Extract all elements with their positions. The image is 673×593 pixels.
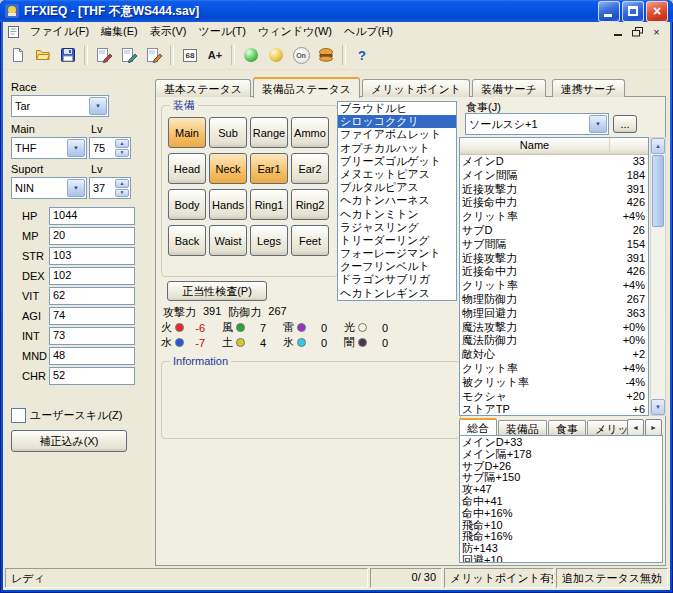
- stat-value-field[interactable]: 20: [49, 227, 135, 245]
- mdi-minimize-button[interactable]: [610, 24, 627, 39]
- equipment-list-item[interactable]: オプチカルハット: [338, 142, 456, 155]
- value-column-header[interactable]: [610, 138, 648, 154]
- equipment-list-item[interactable]: メヌエットピアス: [338, 168, 456, 181]
- food-button[interactable]: [314, 43, 338, 67]
- stat-value-field[interactable]: 102: [49, 267, 135, 285]
- stat-value-field[interactable]: 1044: [49, 207, 135, 225]
- equipment-list-item[interactable]: クーフリンベルト: [338, 260, 456, 273]
- spin-down-icon[interactable]: ▼: [115, 189, 129, 198]
- equipment-slot-button[interactable]: Ear1: [250, 153, 288, 184]
- equipment-slot-button[interactable]: Range: [250, 117, 288, 148]
- stats-table-header[interactable]: Name: [460, 138, 648, 155]
- checkbox-icon[interactable]: [11, 408, 26, 423]
- equipment-slot-button[interactable]: Ammo: [291, 117, 329, 148]
- equipment-slot-button[interactable]: Back: [168, 225, 206, 256]
- menu-item[interactable]: ヘルプ(H): [338, 22, 399, 41]
- equipment-list-item[interactable]: ブルタルピアス: [338, 181, 456, 194]
- equipment-slot-button[interactable]: Ring2: [291, 189, 329, 220]
- result-tab[interactable]: 装備品: [498, 420, 547, 435]
- save-file-button[interactable]: [56, 43, 80, 67]
- spin-up-icon[interactable]: ▲: [115, 179, 129, 188]
- scroll-down-icon[interactable]: ▼: [651, 399, 665, 415]
- menu-item[interactable]: 編集(E): [95, 22, 144, 41]
- mdi-restore-button[interactable]: [629, 24, 646, 39]
- equipment-list-item[interactable]: ヘカトンハーネス: [338, 194, 456, 207]
- equipment-slot-button[interactable]: Feet: [291, 225, 329, 256]
- mdi-close-button[interactable]: ×: [648, 24, 665, 39]
- name-column-header[interactable]: Name: [460, 138, 610, 154]
- main-tab[interactable]: 連携サーチ: [552, 79, 626, 97]
- dropdown-arrow-icon[interactable]: ▼: [589, 115, 607, 133]
- menu-item[interactable]: ツール(T): [192, 22, 252, 41]
- equipment-list-item[interactable]: ラジャスリング: [338, 221, 456, 234]
- equipment-list-item[interactable]: ヘカトンミトン: [338, 208, 456, 221]
- tab-scroll-left-button[interactable]: ◄: [627, 419, 644, 436]
- equipment-list-item[interactable]: ファイアボムレット: [338, 128, 456, 141]
- equipment-list-item[interactable]: ヘカトンレギンス: [338, 287, 456, 300]
- main-tab[interactable]: 装備サーチ: [472, 79, 546, 97]
- equipment-slot-button[interactable]: Ring1: [250, 189, 288, 220]
- dropdown-arrow-icon[interactable]: ▼: [89, 97, 107, 115]
- maximize-button[interactable]: [622, 1, 644, 22]
- equipment-slot-button[interactable]: Hands: [209, 189, 247, 220]
- equipment-slot-button[interactable]: Body: [168, 189, 206, 220]
- equipment-list-item[interactable]: ドラゴンサブリガ: [338, 273, 456, 286]
- title-bar[interactable]: FFXIEQ - [THF 不意WS444.sav] ×: [0, 0, 673, 22]
- spin-down-icon[interactable]: ▼: [115, 149, 129, 158]
- close-button[interactable]: ×: [646, 1, 668, 22]
- sphere-gold-button[interactable]: [264, 43, 288, 67]
- support-level-spinner[interactable]: 37 ▲ ▼: [89, 177, 131, 199]
- scrollbar-thumb[interactable]: [652, 155, 664, 227]
- dropdown-arrow-icon[interactable]: ▼: [67, 179, 85, 197]
- validate-button[interactable]: 正当性検査(P): [167, 281, 267, 301]
- main-tab[interactable]: メリットポイント: [362, 79, 470, 97]
- stat-value-field[interactable]: 62: [49, 287, 135, 305]
- main-job-select[interactable]: THF ▼: [11, 137, 87, 159]
- result-tab[interactable]: 総合: [459, 418, 497, 435]
- stat-value-field[interactable]: 103: [49, 247, 135, 265]
- on-badge-button[interactable]: On: [289, 43, 313, 67]
- font-a-plus-button[interactable]: A+: [203, 43, 227, 67]
- menu-item[interactable]: ファイル(F): [24, 22, 95, 41]
- equipment-slot-button[interactable]: Waist: [209, 225, 247, 256]
- open-file-button[interactable]: [31, 43, 55, 67]
- equipment-list-item[interactable]: トリーダーリング: [338, 234, 456, 247]
- food-browse-button[interactable]: ...: [613, 115, 637, 133]
- sphere-green-button[interactable]: [239, 43, 263, 67]
- equipment-list-item[interactable]: シロッコククリ: [338, 115, 456, 128]
- equipment-slot-button[interactable]: Legs: [250, 225, 288, 256]
- menu-item[interactable]: ウィンドウ(W): [252, 22, 338, 41]
- tab-scroll-right-button[interactable]: ►: [645, 419, 662, 436]
- scroll-up-icon[interactable]: ▲: [651, 138, 665, 154]
- main-tab[interactable]: 基本ステータス: [155, 79, 251, 97]
- equipment-list-item[interactable]: フォーレージマント: [338, 247, 456, 260]
- new-file-button[interactable]: [6, 43, 30, 67]
- equipment-slot-button[interactable]: Ear2: [291, 153, 329, 184]
- user-skill-checkbox[interactable]: ユーザースキル(Z): [11, 408, 122, 423]
- equipment-list-item[interactable]: ブラウドルヒ: [338, 102, 456, 115]
- main-level-spinner[interactable]: 75 ▲ ▼: [89, 137, 131, 159]
- equipment-slot-button[interactable]: Sub: [209, 117, 247, 148]
- equipment-listbox[interactable]: ブラウドルヒシロッコククリファイアボムレットオプチカルハットブリーズゴルゲットメ…: [337, 101, 457, 301]
- spin-up-icon[interactable]: ▲: [115, 139, 129, 148]
- edit-teal-button[interactable]: [117, 43, 141, 67]
- stats-table-scrollbar[interactable]: ▲ ▼: [650, 137, 666, 416]
- stat-value-field[interactable]: 73: [49, 327, 135, 345]
- equipment-slot-button[interactable]: Main: [168, 117, 206, 148]
- help-button[interactable]: ?: [350, 43, 374, 67]
- equipment-slot-button[interactable]: Head: [168, 153, 206, 184]
- correction-button[interactable]: 補正込み(X): [11, 430, 127, 452]
- edit-red-button[interactable]: [92, 43, 116, 67]
- minimize-button[interactable]: [598, 1, 620, 22]
- menu-item[interactable]: 表示(V): [144, 22, 193, 41]
- summary-box[interactable]: メインD+33メイン隔+178サブD+26サブ隔+150攻+47命中+41命中+…: [459, 435, 663, 563]
- equipment-list-item[interactable]: ブリーズゴルゲット: [338, 155, 456, 168]
- equipment-slot-button[interactable]: Neck: [209, 153, 247, 184]
- stat-value-field[interactable]: 48: [49, 347, 135, 365]
- race-select[interactable]: Tar ▼: [11, 95, 109, 117]
- result-tab[interactable]: 食事: [548, 420, 586, 435]
- main-tab[interactable]: 装備品ステータス: [253, 77, 360, 98]
- support-job-select[interactable]: NIN ▼: [11, 177, 87, 199]
- edit-orange-button[interactable]: [142, 43, 166, 67]
- dropdown-arrow-icon[interactable]: ▼: [67, 139, 85, 157]
